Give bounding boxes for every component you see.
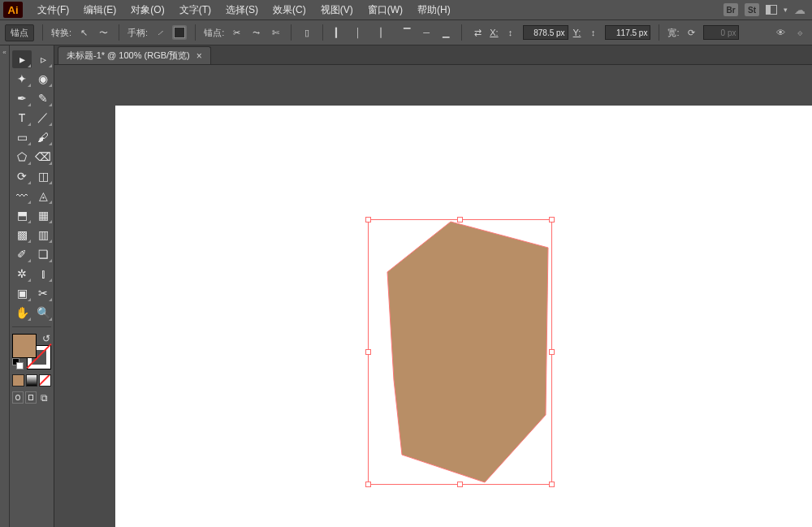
stock-button[interactable]: St xyxy=(745,3,759,16)
draw-behind-icon[interactable] xyxy=(25,391,37,404)
align-right-icon[interactable]: ▕ xyxy=(370,25,385,40)
draw-inside-icon[interactable]: ⧉ xyxy=(38,391,51,404)
swap-colors-icon[interactable]: ↺ xyxy=(41,334,51,343)
color-mode-solid[interactable] xyxy=(12,374,24,387)
magic-wand-tool[interactable]: ✦ xyxy=(12,70,32,88)
convert-corner-icon[interactable]: ↖ xyxy=(76,25,91,40)
hide-edges-icon[interactable]: 👁 xyxy=(773,25,788,40)
link-toggle-icon[interactable]: ⇄ xyxy=(470,25,485,40)
canvas-column: 未标题-1* @ 100% (RGB/预览) × xyxy=(54,45,812,527)
graph-tool[interactable]: ⫿ xyxy=(33,265,53,283)
gradient-tool[interactable]: ▥ xyxy=(33,226,53,244)
y-stepper-icon[interactable]: ↕ xyxy=(585,25,600,40)
menu-effect[interactable]: 效果(C) xyxy=(273,3,306,17)
artboard-tool[interactable]: ▣ xyxy=(12,284,32,302)
mesh-tool[interactable]: ▩ xyxy=(12,226,32,244)
color-mode-gradient[interactable] xyxy=(26,374,38,387)
resize-handle-tl[interactable] xyxy=(365,217,371,222)
eyedropper-tool[interactable]: ✐ xyxy=(12,245,32,263)
resize-handle-bl[interactable] xyxy=(365,482,371,487)
panel-collapse-sliver[interactable]: « xyxy=(0,45,10,527)
resize-handle-tm[interactable] xyxy=(457,217,463,222)
w-label: 宽: xyxy=(667,27,679,39)
curvature-tool[interactable]: ✎ xyxy=(33,89,53,107)
menu-file[interactable]: 文件(F) xyxy=(37,3,69,17)
hand-tool[interactable]: ✋ xyxy=(12,304,32,322)
menu-edit[interactable]: 编辑(E) xyxy=(84,3,116,17)
resize-handle-br[interactable] xyxy=(549,482,555,487)
direct-selection-tool[interactable]: ▹ xyxy=(33,50,53,68)
menu-window[interactable]: 窗口(W) xyxy=(368,3,403,17)
rotate-tool[interactable]: ⟳ xyxy=(12,167,32,185)
chevron-down-icon[interactable]: ▾ xyxy=(784,6,788,14)
align-left-icon[interactable]: ▎ xyxy=(331,25,346,40)
menu-object[interactable]: 对象(O) xyxy=(131,3,164,17)
line-tool[interactable]: ／ xyxy=(33,109,53,127)
draw-normal-icon[interactable] xyxy=(12,391,24,404)
x-stepper-icon[interactable]: ↕ xyxy=(503,25,518,40)
handle-hide-icon[interactable] xyxy=(172,25,187,40)
menu-right-block: Br St ▾ ☁ xyxy=(723,3,812,16)
menu-help[interactable]: 帮助(H) xyxy=(417,3,451,17)
workspace: « ▸ ▹ ✦ ◉ ✒ ✎ T ／ ▭ 🖌 ⬠ ⌫ ⟳ ◫ 〰 ◬ ⬒ ▦ ▩ … xyxy=(0,45,812,527)
align-top-icon[interactable]: ▔ xyxy=(400,25,414,40)
menu-select[interactable]: 选择(S) xyxy=(226,3,258,17)
document-tabstrip: 未标题-1* @ 100% (RGB/预览) × xyxy=(54,45,812,65)
crop-icon[interactable]: ⟐ xyxy=(793,25,807,40)
perspective-tool[interactable]: ▦ xyxy=(33,206,53,224)
sync-cloud-icon[interactable]: ☁ xyxy=(794,3,806,16)
resize-handle-tr[interactable] xyxy=(549,217,555,222)
blend-tool[interactable]: ❏ xyxy=(33,245,53,263)
warp-tool[interactable]: ◬ xyxy=(33,187,53,205)
document-tab-title: 未标题-1* @ 100% (RGB/预览) xyxy=(67,50,190,62)
canvas[interactable] xyxy=(54,65,812,527)
workspace-layout-icon[interactable] xyxy=(766,5,777,15)
anchor-cut-icon[interactable]: ✄ xyxy=(268,25,283,40)
isolate-icon[interactable]: ▯ xyxy=(300,25,314,40)
color-mode-none[interactable] xyxy=(39,374,51,387)
handle-show-icon[interactable]: ⟋ xyxy=(153,25,167,40)
anchor-remove-icon[interactable]: ✂ xyxy=(229,25,244,40)
resize-handle-ml[interactable] xyxy=(365,349,371,355)
type-tool[interactable]: T xyxy=(12,109,32,127)
menu-type[interactable]: 文字(T) xyxy=(179,3,211,17)
shaper-tool[interactable]: ⬠ xyxy=(12,148,32,166)
fill-swatch[interactable] xyxy=(12,334,37,358)
shape-builder-tool[interactable]: ⬒ xyxy=(12,206,32,224)
convert-label: 转换: xyxy=(51,27,71,39)
anchor-join-icon[interactable]: ⤳ xyxy=(248,25,263,40)
selection-bounding-box[interactable] xyxy=(368,219,552,485)
brush-tool[interactable]: 🖌 xyxy=(33,128,53,146)
close-tab-icon[interactable]: × xyxy=(197,50,202,62)
w-value-field[interactable]: 0 px xyxy=(703,25,739,40)
selection-tool[interactable]: ▸ xyxy=(12,50,32,68)
draw-mode-row: ⧉ xyxy=(12,391,51,404)
lasso-tool[interactable]: ◉ xyxy=(33,70,53,88)
convert-smooth-icon[interactable]: 〜 xyxy=(96,25,110,40)
resize-handle-bm[interactable] xyxy=(457,482,463,487)
panel-caret-icon: « xyxy=(2,49,6,56)
rectangle-tool[interactable]: ▭ xyxy=(12,128,32,146)
default-colors-icon[interactable] xyxy=(12,358,24,369)
eraser-tool[interactable]: ⌫ xyxy=(33,148,53,166)
align-hcenter-icon[interactable]: │ xyxy=(351,25,365,40)
document-tab[interactable]: 未标题-1* @ 100% (RGB/预览) × xyxy=(58,46,211,64)
x-value-field[interactable]: 878.5 px xyxy=(523,25,568,40)
resize-handle-mr[interactable] xyxy=(549,349,555,355)
bridge-button[interactable]: Br xyxy=(723,3,738,16)
menu-view[interactable]: 视图(V) xyxy=(321,3,353,17)
scale-tool[interactable]: ◫ xyxy=(33,167,53,185)
symbol-tool[interactable]: ✲ xyxy=(12,265,32,283)
align-vcenter-icon[interactable]: ─ xyxy=(419,25,434,40)
slice-tool[interactable]: ✂ xyxy=(33,284,53,302)
wh-link-icon[interactable]: ⟳ xyxy=(684,25,698,40)
zoom-tool[interactable]: 🔍 xyxy=(33,304,53,322)
fill-stroke-swatch[interactable]: ↺ xyxy=(12,334,51,369)
anchor-mode-label: 锚点 xyxy=(5,24,34,41)
pen-tool[interactable]: ✒ xyxy=(12,89,32,107)
menu-bar: Ai 文件(F) 编辑(E) 对象(O) 文字(T) 选择(S) 效果(C) 视… xyxy=(0,0,812,19)
width-tool[interactable]: 〰 xyxy=(12,187,32,205)
align-bottom-icon[interactable]: ▁ xyxy=(438,25,453,40)
control-bar: 锚点 转换: ↖ 〜 手柄: ⟋ 锚点: ✂ ⤳ ✄ ▯ ▎ │ ▕ ▔ ─ ▁… xyxy=(0,19,812,45)
y-value-field[interactable]: 117.5 px xyxy=(605,25,650,40)
